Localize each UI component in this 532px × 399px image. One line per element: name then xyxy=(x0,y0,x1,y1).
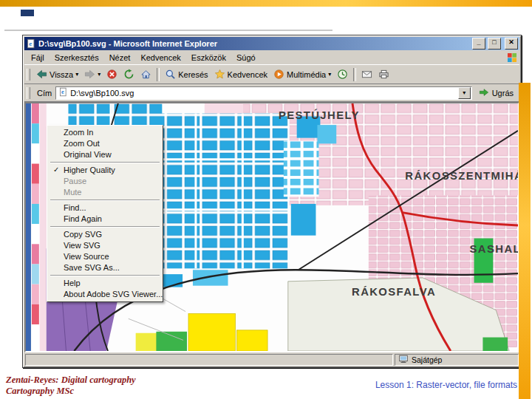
context-menu-item-mute: Mute xyxy=(49,187,161,198)
map-label-sashalom: SASHALOM xyxy=(470,243,518,255)
back-arrow-icon xyxy=(36,69,47,80)
go-label: Ugrás xyxy=(492,89,514,98)
favorites-label: Kedvencek xyxy=(228,70,267,79)
stop-icon xyxy=(106,69,117,80)
favorites-star-icon xyxy=(214,69,225,80)
ie-window: e D:\svg\Bp100.svg - Microsoft Internet … xyxy=(22,35,522,368)
back-label: Vissza xyxy=(50,70,73,79)
check-icon: ✓ xyxy=(53,166,59,174)
window-title: D:\svg\Bp100.svg - Microsoft Internet Ex… xyxy=(38,39,470,48)
menu-bar: Fájl Szerkesztés Nézet Kedvencek Eszközö… xyxy=(24,50,519,65)
context-menu-item-save-svg-as[interactable]: Save SVG As... xyxy=(49,262,161,273)
context-menu-item-find[interactable]: Find... xyxy=(49,202,161,214)
status-bar: Sajátgép xyxy=(24,352,519,366)
footer-course-title: Zentai-Reyes: Digital cartography xyxy=(6,375,136,386)
slide-accent-chip xyxy=(21,10,34,16)
address-bar: Cím e D:\svg\Bp100.svg ▾ Ugrás xyxy=(24,84,519,102)
map-viewport[interactable]: PESTÚJHELY RÁKOSSZENTMIHÁLY SASHALOM RÁK… xyxy=(24,102,519,352)
mail-icon xyxy=(361,69,372,80)
close-button[interactable]: ✕ xyxy=(505,38,518,50)
media-button[interactable]: Multimédia ▾ xyxy=(270,66,334,82)
context-menu-item-zoom-out[interactable]: Zoom Out xyxy=(49,138,161,149)
address-input[interactable]: e D:\svg\Bp100.svg ▾ xyxy=(55,86,471,100)
media-label: Multimédia xyxy=(287,70,326,79)
svg-document-icon: e xyxy=(26,38,36,49)
back-dropdown-caret[interactable]: ▾ xyxy=(75,72,78,78)
slide-top-accent-bar xyxy=(0,0,532,7)
minimize-button[interactable]: _ xyxy=(472,38,485,50)
svg-document-icon-small: e xyxy=(58,87,68,98)
my-computer-icon xyxy=(398,354,409,366)
context-menu-item-about-adobe-svg-viewer[interactable]: About Adobe SVG Viewer... xyxy=(49,289,161,300)
status-message-panel xyxy=(25,354,393,366)
map-label-rakosszentmihaly: RÁKOSSZENTMIHÁLY xyxy=(405,170,518,182)
forward-arrow-icon xyxy=(84,69,95,80)
context-menu-item-help[interactable]: Help xyxy=(49,278,161,289)
slide-divider-line xyxy=(4,30,332,31)
media-icon xyxy=(273,69,284,80)
menu-file[interactable]: Fájl xyxy=(26,52,50,64)
maximize-button[interactable]: □ xyxy=(488,38,501,50)
menu-favorites[interactable]: Kedvencek xyxy=(135,52,185,64)
go-button[interactable]: Ugrás xyxy=(476,86,516,100)
context-menu-separator xyxy=(50,275,160,276)
toolbar: Vissza ▾ ▾ xyxy=(24,65,519,84)
context-menu-item-pause: Pause xyxy=(49,176,161,187)
menu-help[interactable]: Súgó xyxy=(231,52,261,64)
mail-button[interactable] xyxy=(358,66,375,82)
favorites-button[interactable]: Kedvencek xyxy=(211,66,270,82)
toolbar-grip[interactable] xyxy=(27,69,30,81)
context-menu-item-higher-quality[interactable]: ✓Higher Quality xyxy=(49,165,161,176)
address-value: D:\svg\Bp100.svg xyxy=(70,89,455,98)
toolbar-separator xyxy=(353,68,356,81)
context-menu-separator xyxy=(50,200,160,201)
context-menu-item-original-view[interactable]: Original View xyxy=(49,149,161,160)
back-button[interactable]: Vissza ▾ xyxy=(33,66,81,82)
svg-text:e: e xyxy=(29,40,32,47)
title-bar[interactable]: e D:\svg\Bp100.svg - Microsoft Internet … xyxy=(24,37,519,50)
print-button[interactable] xyxy=(375,66,392,82)
context-menu-item-find-again[interactable]: Find Again xyxy=(49,214,161,225)
status-zone-panel: Sajátgép xyxy=(395,354,519,366)
map-label-pestujhely: PESTÚJHELY xyxy=(279,109,360,122)
forward-dropdown-caret[interactable]: ▾ xyxy=(98,72,100,78)
slide-footer-left: Zentai-Reyes: Digital cartography Cartog… xyxy=(6,375,136,397)
svg-viewer-context-menu: Zoom In Zoom Out Original View ✓Higher Q… xyxy=(47,125,163,302)
media-dropdown-caret[interactable]: ▾ xyxy=(328,72,331,78)
address-label: Cím xyxy=(37,89,52,98)
windows-flag-icon xyxy=(506,52,518,64)
context-menu-item-view-svg[interactable]: View SVG xyxy=(49,240,161,251)
slide-right-accent-bar xyxy=(519,83,531,399)
menu-edit[interactable]: Szerkesztés xyxy=(50,52,104,64)
menu-tools[interactable]: Eszközök xyxy=(186,52,231,64)
map-label-rakosfalva: RÁKOSFALVA xyxy=(352,286,436,298)
refresh-button[interactable] xyxy=(120,66,137,82)
home-icon xyxy=(140,69,151,80)
toolbar-separator xyxy=(157,68,160,81)
stop-button[interactable] xyxy=(103,66,120,82)
history-clock-icon xyxy=(337,69,348,80)
context-menu-separator xyxy=(50,162,160,163)
footer-course-subtitle: Cartography MSc xyxy=(6,386,136,397)
addressbar-grip[interactable] xyxy=(27,87,30,99)
slide-footer-right: Lesson 1: Raster-vector, file formats xyxy=(375,380,517,390)
refresh-icon xyxy=(123,69,134,80)
print-icon xyxy=(378,69,389,80)
status-zone-label: Sajátgép xyxy=(412,355,442,364)
forward-button[interactable]: ▾ xyxy=(81,66,103,82)
search-icon xyxy=(165,69,176,80)
context-menu-separator xyxy=(50,226,160,228)
search-button[interactable]: Keresés xyxy=(162,66,211,82)
context-menu-item-zoom-in[interactable]: Zoom In xyxy=(49,127,161,138)
svg-text:e: e xyxy=(61,89,64,95)
home-button[interactable] xyxy=(137,66,154,82)
history-button[interactable] xyxy=(334,66,351,82)
go-arrow-icon xyxy=(479,87,489,99)
address-dropdown-button[interactable]: ▾ xyxy=(458,87,471,99)
context-menu-item-view-source[interactable]: View Source xyxy=(49,251,161,262)
slide: e D:\svg\Bp100.svg - Microsoft Internet … xyxy=(0,0,532,399)
search-label: Keresés xyxy=(178,70,208,79)
menu-view[interactable]: Nézet xyxy=(104,52,136,64)
context-menu-item-copy-svg[interactable]: Copy SVG xyxy=(49,229,161,240)
